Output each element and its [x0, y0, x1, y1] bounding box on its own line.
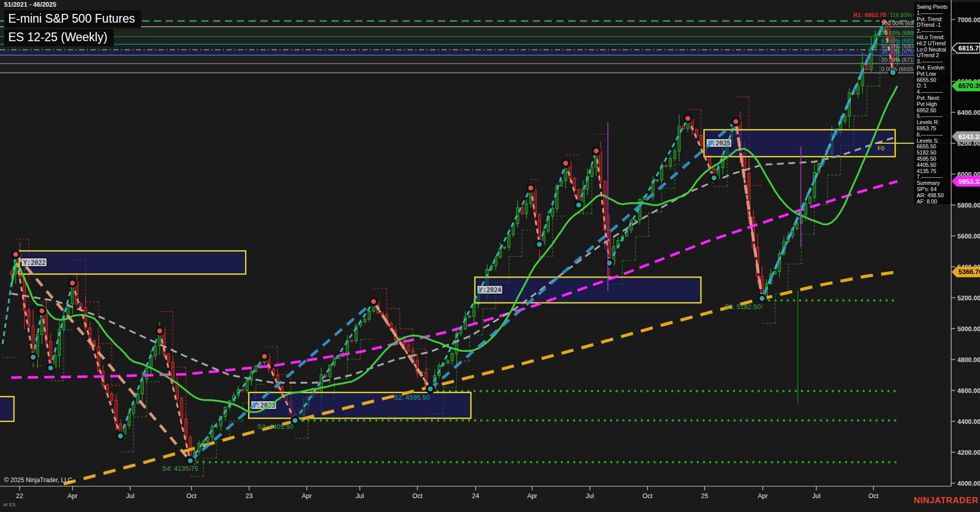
swing-high-marker[interactable] — [527, 184, 534, 192]
date-range-label: 51/2021 - 46/2025 — [4, 1, 141, 8]
x-axis-label: 24 — [472, 492, 479, 500]
y-axis-label: 4200.00 — [957, 449, 980, 456]
instrument-title: E-mini S&P 500 Futures — [4, 10, 141, 28]
panel-line: Pvt Low — [917, 71, 936, 77]
price-tag-value: 6570.39 — [958, 82, 980, 90]
r1-label: R1: 6953.75 — [853, 12, 886, 18]
panel-line: D: 1 — [917, 82, 926, 89]
year-box-Y:2022[interactable] — [19, 251, 246, 274]
swing-low-marker[interactable] — [536, 241, 543, 248]
y-axis-label: 5800.00 — [957, 202, 980, 209]
panel-line: Pvt. Evolve: — [917, 64, 945, 71]
y-axis-label: 7000.00 — [957, 16, 980, 24]
panel-line: AR: 498.50 — [917, 192, 944, 198]
x-axis-label: Oct — [186, 492, 197, 500]
swing-low-marker[interactable] — [29, 354, 37, 361]
swing-low-marker[interactable] — [606, 260, 613, 267]
panel-line: Pvt High — [917, 101, 937, 107]
swing-low-marker[interactable] — [187, 457, 194, 465]
panel-line: Pvt. Next: — [917, 95, 940, 101]
panel-line: 4.------------ — [917, 89, 943, 95]
year-box-label: Y:2024 — [479, 286, 501, 294]
year-box-Y:2024[interactable] — [475, 277, 701, 303]
x-axis-label: Jul — [356, 492, 364, 500]
panel-line: Lo:0 Neutral — [917, 46, 946, 53]
swing-high-marker[interactable] — [562, 160, 569, 167]
contract-subtitle: ES 12-25 (Weekly) — [4, 29, 114, 46]
price-tag-value: 5366.76 — [958, 268, 980, 276]
year-box-Y:2021[interactable] — [0, 397, 14, 421]
panel-line: 6953.75 — [917, 125, 936, 131]
panel-line: 3.------------ — [917, 58, 943, 64]
swing-low-marker[interactable] — [117, 433, 124, 440]
y-axis-label: 5600.00 — [957, 233, 980, 240]
y-axis-label: 5000.00 — [957, 326, 980, 333]
x-axis-label: Oct — [642, 492, 653, 500]
panel-line: 6655.50 — [917, 77, 936, 83]
support-label: S2: 4595.50 — [394, 394, 430, 401]
f0-label: F0 — [878, 145, 884, 151]
price-tag-value: 6815.75 — [958, 44, 980, 52]
y-axis-label: 4000.00 — [957, 480, 980, 487]
x-axis-label: Apr — [527, 492, 537, 500]
x-axis-label: 25 — [701, 492, 708, 500]
panel-line: Swing Pivots — [917, 4, 948, 10]
panel-line: 6655.50 — [917, 143, 936, 149]
swing-low-marker[interactable] — [575, 201, 582, 209]
panel-line: Levels R: — [917, 119, 939, 125]
panel-line: 4405.50 — [917, 162, 936, 168]
x-axis-label: Apr — [758, 492, 767, 500]
ninjatrader-logo: NINJATRADER — [914, 496, 978, 506]
swing-high-marker[interactable] — [12, 251, 19, 258]
y-axis-label: 6400.00 — [957, 109, 980, 116]
x-axis-label: Oct — [412, 492, 423, 500]
panel-line: 5182.50 — [917, 149, 936, 156]
panel-line: HiLo Trend: — [917, 34, 944, 40]
x-axis-label: Oct — [868, 492, 879, 500]
support-label: S1: 5182.50 — [725, 303, 761, 311]
panel-line: 6952.50 — [917, 107, 936, 113]
x-axis-label: 23 — [246, 492, 253, 500]
y-axis-label: 4600.00 — [957, 387, 980, 395]
panel-line: 1.------------ — [917, 10, 943, 16]
instrument-tab-label: W ES — [3, 502, 15, 507]
panel-line: DTrend -1 — [917, 22, 941, 28]
panel-line: 5.------------ — [917, 113, 943, 119]
panel-line: Pvt. Trend: — [917, 16, 943, 22]
panel-line: 2.------------ — [917, 28, 943, 34]
panel-line: Levels S: — [917, 138, 939, 144]
panel-line: 4595.50 — [917, 156, 936, 162]
panel-line: 6.------------ — [917, 131, 943, 138]
swing-high-marker[interactable] — [732, 118, 740, 125]
panel-line: Hi:2 UTrend — [917, 40, 946, 46]
y-axis-label: 4800.00 — [957, 356, 980, 364]
swing-high-marker[interactable] — [38, 308, 45, 315]
x-axis-label: Jul — [586, 492, 594, 500]
panel-line: Summary — [917, 180, 940, 186]
y-axis-label: 4400.00 — [957, 418, 980, 425]
panel-line: 7.------------ — [917, 174, 943, 180]
panel-line: UTrend 2 — [917, 52, 939, 58]
swing-low-marker[interactable] — [759, 295, 766, 302]
support-label: S3: 4405.50 — [257, 423, 293, 431]
x-axis-label: Jul — [812, 492, 820, 500]
swing-high-marker[interactable] — [684, 115, 691, 122]
support-label: S4: 4135.75 — [162, 465, 198, 472]
panel-line: AF: 8.00 — [917, 198, 937, 204]
swing-high-marker[interactable] — [370, 298, 377, 305]
x-axis-label: 22 — [16, 492, 23, 500]
swing-high-marker[interactable] — [261, 353, 268, 360]
swing-low-marker[interactable] — [710, 175, 717, 182]
copyright-label: © 2025 NinjaTrader, LLC — [4, 476, 72, 484]
swing-high-marker[interactable] — [156, 328, 163, 335]
x-axis-label: Jul — [126, 492, 134, 500]
ninjatrader-chart-window: Y:2022Y:2023Y:2024Y:2025F0S1: 5182.50S2:… — [0, 0, 980, 512]
swing-low-marker[interactable] — [47, 365, 54, 372]
x-axis-label: Apr — [67, 492, 77, 500]
chart-canvas[interactable]: Y:2022Y:2023Y:2024Y:2025F0S1: 5182.50S2:… — [0, 0, 980, 512]
swing-high-marker[interactable] — [592, 147, 600, 155]
swing-low-marker[interactable] — [427, 385, 434, 392]
year-box-label: Y:2022 — [23, 259, 45, 266]
price-tag-value: 6243.33 — [958, 133, 980, 141]
swing-high-marker[interactable] — [69, 280, 76, 287]
